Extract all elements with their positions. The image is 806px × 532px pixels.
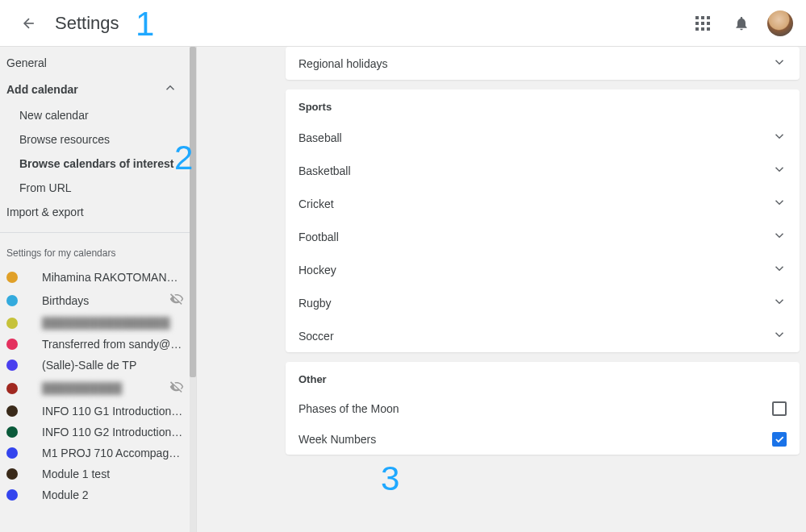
- calendar-color-dot: [6, 447, 18, 459]
- calendar-name: (Salle)-Salle de TP: [42, 359, 184, 372]
- nav-label: Add calendar: [6, 83, 78, 96]
- back-button[interactable]: [13, 7, 45, 39]
- calendar-item[interactable]: INFO 110 G1 Introduction …: [0, 401, 190, 422]
- calendar-color-dot: [6, 339, 18, 350]
- sidebar-item-general[interactable]: General: [0, 47, 190, 75]
- card-title: Sports: [286, 89, 800, 121]
- calendar-color-dot: [6, 468, 18, 480]
- row-sport[interactable]: Basketball: [286, 154, 800, 187]
- main-content: Regional holidays Sports BaseballBasketb…: [197, 47, 806, 532]
- calendar-item[interactable]: M1 PROJ 710 Accompagn…: [0, 443, 190, 463]
- row-sport[interactable]: Baseball: [286, 121, 800, 154]
- row-sport[interactable]: Soccer: [286, 319, 800, 352]
- calendar-name: INFO 110 G1 Introduction …: [42, 405, 184, 418]
- svg-rect-3: [695, 22, 699, 25]
- apps-grid-button[interactable]: [687, 7, 719, 39]
- bell-icon: [733, 15, 750, 31]
- calendar-item[interactable]: INFO 110 G2 Introduction …: [0, 422, 190, 443]
- chevron-down-icon: [772, 129, 787, 146]
- svg-rect-2: [707, 16, 710, 19]
- calendar-color-dot: [6, 295, 18, 306]
- calendar-color-dot: [6, 383, 18, 394]
- page-title: Settings: [55, 13, 119, 34]
- svg-rect-5: [707, 22, 710, 25]
- card-title: Other: [286, 362, 800, 393]
- row-label: Soccer: [299, 330, 334, 343]
- card-sports: Sports BaseballBasketballCricketFootball…: [286, 89, 800, 352]
- row-sport[interactable]: Cricket: [286, 187, 800, 220]
- calendar-name: INFO 110 G2 Introduction …: [42, 426, 184, 438]
- divider: [0, 232, 190, 233]
- calendar-item[interactable]: Birthdays: [0, 288, 190, 313]
- row-regional-holidays[interactable]: Regional holidays: [286, 47, 800, 80]
- row-label: Football: [299, 231, 339, 243]
- calendar-color-dot: [6, 360, 18, 371]
- row-label: Regional holidays: [299, 57, 388, 70]
- avatar[interactable]: [767, 10, 793, 36]
- calendar-color-dot: [6, 426, 18, 438]
- sidebar-scrollbar-track[interactable]: [190, 47, 196, 532]
- nav-label: General: [6, 56, 47, 69]
- eye-off-icon: [169, 380, 184, 397]
- sidebar-item-import-export[interactable]: Import & export: [0, 200, 190, 224]
- notifications-button[interactable]: [725, 7, 758, 39]
- svg-rect-6: [695, 27, 699, 31]
- eye-off-icon: [169, 292, 184, 309]
- sidebar-item-browse-interest[interactable]: Browse calendars of interest: [0, 152, 190, 176]
- calendar-name: ████████████████: [42, 317, 184, 330]
- sidebar-item-new-calendar[interactable]: New calendar: [0, 103, 190, 127]
- chevron-up-icon: [163, 81, 177, 98]
- row-label: Baseball: [299, 131, 342, 144]
- sidebar-item-add-calendar[interactable]: Add calendar: [0, 75, 190, 103]
- calendar-item[interactable]: ████████████████: [0, 313, 190, 334]
- checkbox[interactable]: [772, 432, 787, 447]
- chevron-down-icon: [772, 294, 787, 311]
- calendar-item[interactable]: Module 1 test: [0, 463, 190, 484]
- calendar-item[interactable]: Mihamina RAKOTOMANDI…: [0, 267, 190, 288]
- calendar-name: Birthdays: [42, 294, 166, 307]
- row-label: Rugby: [299, 297, 331, 310]
- row-label: Week Numbers: [299, 433, 376, 446]
- header-bar: Settings: [0, 0, 806, 47]
- calendar-item[interactable]: Transferred from sandy@e…: [0, 334, 190, 355]
- row-other[interactable]: Phases of the Moon: [286, 393, 800, 424]
- svg-rect-4: [701, 22, 704, 25]
- arrow-left-icon: [21, 15, 37, 31]
- row-label: Hockey: [299, 264, 336, 276]
- calendar-color-dot: [6, 489, 18, 501]
- chevron-down-icon: [772, 327, 787, 344]
- svg-rect-0: [695, 16, 699, 19]
- calendar-name: Transferred from sandy@e…: [42, 338, 184, 351]
- calendar-name: Module 1 test: [42, 468, 184, 480]
- calendar-item[interactable]: (Salle)-Salle de TP: [0, 355, 190, 376]
- sidebar-scrollbar-thumb[interactable]: [190, 47, 196, 377]
- row-label: Phases of the Moon: [299, 402, 399, 415]
- calendar-color-dot: [6, 318, 18, 329]
- card-regional: Regional holidays: [286, 47, 800, 80]
- row-label: Cricket: [299, 197, 334, 210]
- sidebar-section-label: Settings for my calendars: [0, 241, 190, 267]
- sidebar-item-browse-resources[interactable]: Browse resources: [0, 127, 190, 152]
- calendar-name: Module 2: [42, 488, 184, 501]
- row-sport[interactable]: Football: [286, 220, 800, 253]
- sidebar-item-from-url[interactable]: From URL: [0, 176, 190, 200]
- nav-label: Import & export: [6, 206, 84, 218]
- row-label: Basketball: [299, 164, 351, 177]
- calendar-item[interactable]: Module 2: [0, 484, 190, 505]
- calendar-name: ██████████: [42, 382, 166, 395]
- chevron-down-icon: [772, 228, 787, 245]
- nav-label: New calendar: [19, 109, 89, 122]
- calendar-color-dot: [6, 405, 18, 417]
- checkbox[interactable]: [772, 401, 787, 416]
- apps-grid-icon: [695, 16, 710, 31]
- sidebar: General Add calendar New calendar Browse…: [0, 47, 197, 532]
- chevron-down-icon: [772, 55, 787, 72]
- calendar-name: M1 PROJ 710 Accompagn…: [42, 447, 184, 459]
- row-sport[interactable]: Hockey: [286, 253, 800, 286]
- card-other: Other Phases of the MoonWeek Numbers: [286, 362, 800, 455]
- row-other[interactable]: Week Numbers: [286, 424, 800, 455]
- calendar-item[interactable]: ██████████: [0, 376, 190, 401]
- row-sport[interactable]: Rugby: [286, 286, 800, 319]
- nav-label: Browse calendars of interest: [19, 157, 173, 170]
- svg-rect-1: [701, 16, 704, 19]
